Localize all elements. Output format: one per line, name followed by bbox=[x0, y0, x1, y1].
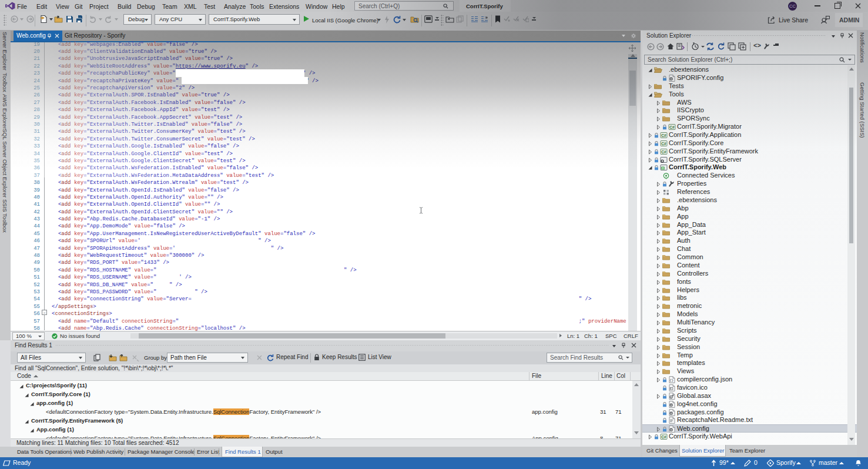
svg-text:C#: C# bbox=[661, 141, 666, 145]
svg-text:{}: {} bbox=[669, 378, 673, 383]
svg-text:C#: C# bbox=[661, 133, 666, 138]
svg-text:C#: C# bbox=[661, 435, 666, 439]
svg-text:C#: C# bbox=[661, 149, 666, 153]
svg-text:C#: C# bbox=[669, 125, 675, 129]
